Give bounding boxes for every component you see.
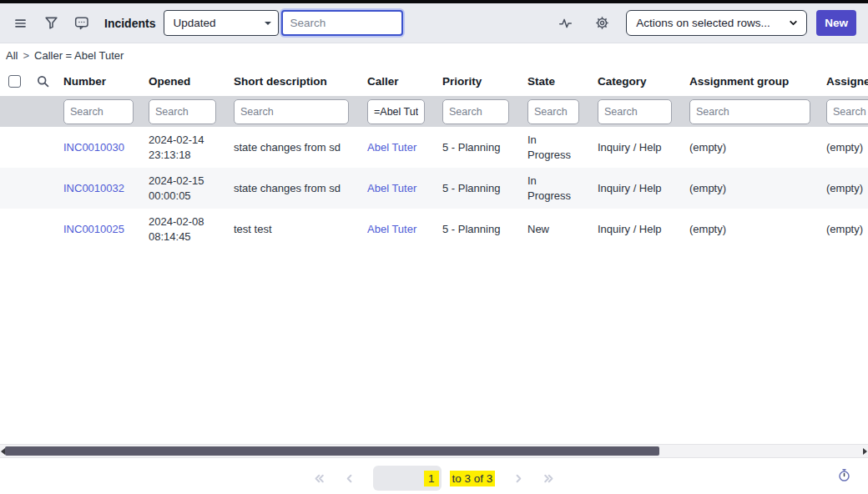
actions-on-rows-dropdown[interactable]: Actions on selected rows... bbox=[626, 10, 807, 36]
actions-dropdown-value: Actions on selected rows... bbox=[636, 17, 770, 29]
caller-link[interactable]: Abel Tuter bbox=[367, 141, 416, 154]
assignment-group-cell: (empty) bbox=[683, 178, 820, 199]
category-cell: Inquiry / Help bbox=[591, 137, 683, 159]
table-row: INC0010030 2024-02-14 23:13:18 state cha… bbox=[0, 127, 868, 168]
state-cell: New bbox=[527, 222, 549, 237]
col-header-caller[interactable]: Caller bbox=[361, 75, 436, 88]
next-page-button[interactable] bbox=[512, 471, 525, 485]
incident-number-link[interactable]: INC0010030 bbox=[63, 141, 124, 154]
table-row: INC0010032 2024-02-15 00:00:05 state cha… bbox=[0, 168, 868, 209]
opened-cell: 2024-02-08 08:14:45 bbox=[142, 211, 227, 247]
sort-by-dropdown[interactable]: Updated bbox=[164, 10, 279, 36]
filter-short-description-input[interactable] bbox=[234, 99, 349, 124]
col-header-number[interactable]: Number bbox=[57, 75, 142, 88]
col-header-assigned-to[interactable]: Assigned to bbox=[820, 75, 868, 88]
breadcrumb: All > Caller = Abel Tuter bbox=[0, 43, 868, 67]
col-header-short-description[interactable]: Short description bbox=[227, 75, 361, 88]
breadcrumb-all[interactable]: All bbox=[6, 49, 18, 62]
page-number-input[interactable]: 1 bbox=[373, 466, 442, 491]
assignment-group-cell: (empty) bbox=[683, 137, 820, 159]
col-header-opened[interactable]: Opened bbox=[142, 75, 227, 88]
last-page-button[interactable] bbox=[542, 471, 555, 485]
column-search-toggle[interactable] bbox=[28, 74, 57, 88]
category-cell: Inquiry / Help bbox=[591, 178, 683, 199]
filter-funnel-icon[interactable] bbox=[41, 13, 61, 33]
assigned-to-cell: (empty) bbox=[820, 178, 868, 199]
stopwatch-icon bbox=[837, 468, 851, 482]
scrollbar-thumb[interactable] bbox=[5, 446, 659, 456]
first-page-button[interactable] bbox=[313, 471, 326, 485]
response-time-button[interactable] bbox=[837, 468, 851, 482]
caller-link[interactable]: Abel Tuter bbox=[367, 182, 416, 194]
list-toolbar: Incidents Updated Actions on selected ro… bbox=[0, 3, 868, 43]
chevron-right-icon bbox=[512, 472, 525, 485]
incident-number-link[interactable]: INC0010025 bbox=[63, 223, 124, 235]
assigned-to-cell: (empty) bbox=[820, 219, 868, 240]
caret-down-icon bbox=[265, 22, 271, 25]
col-header-assignment-group[interactable]: Assignment group bbox=[683, 75, 820, 88]
current-page-value: 1 bbox=[424, 471, 439, 486]
filter-assignment-group-input[interactable] bbox=[689, 99, 810, 124]
filter-category-input[interactable] bbox=[598, 99, 672, 124]
list-search-input[interactable] bbox=[281, 10, 403, 36]
previous-page-button[interactable] bbox=[343, 471, 356, 485]
priority-cell: 5 - Planning bbox=[436, 137, 521, 159]
filter-priority-input[interactable] bbox=[442, 99, 509, 124]
double-chevron-left-icon bbox=[313, 472, 326, 485]
incidents-list-page: Incidents Updated Actions on selected ro… bbox=[0, 0, 868, 494]
settings-gear-icon[interactable] bbox=[592, 13, 612, 33]
double-chevron-right-icon bbox=[542, 472, 555, 485]
short-description-cell: state changes from sd bbox=[227, 178, 361, 199]
filter-assigned-to-input[interactable] bbox=[826, 99, 868, 124]
priority-cell: 5 - Planning bbox=[436, 219, 521, 240]
state-cell: In Progress bbox=[527, 133, 574, 162]
menu-icon[interactable] bbox=[10, 13, 30, 33]
row-range-text: to 3 of 3 bbox=[450, 471, 496, 486]
new-button[interactable]: New bbox=[816, 10, 856, 36]
opened-cell: 2024-02-14 23:13:18 bbox=[142, 129, 227, 165]
category-cell: Inquiry / Help bbox=[591, 219, 683, 240]
sort-by-value: Updated bbox=[173, 17, 215, 29]
filter-caller-input[interactable] bbox=[367, 99, 425, 124]
breadcrumb-separator: > bbox=[23, 49, 29, 62]
assignment-group-cell: (empty) bbox=[683, 219, 820, 240]
breadcrumb-filter-caller[interactable]: Caller = Abel Tuter bbox=[34, 49, 124, 62]
incident-number-link[interactable]: INC0010032 bbox=[63, 182, 124, 194]
filter-state-input[interactable] bbox=[527, 99, 579, 124]
opened-cell: 2024-02-15 00:00:05 bbox=[142, 170, 227, 206]
column-filter-row bbox=[0, 96, 868, 127]
pagination: 1 to 3 of 3 bbox=[0, 459, 868, 491]
page-title: Incidents bbox=[104, 17, 155, 30]
chevron-left-icon bbox=[343, 472, 356, 485]
priority-cell: 5 - Planning bbox=[436, 178, 521, 199]
table-header-row: Number Opened Short description Caller P… bbox=[0, 67, 868, 96]
magnifier-icon bbox=[36, 74, 50, 88]
filter-number-input[interactable] bbox=[63, 99, 134, 124]
col-header-category[interactable]: Category bbox=[591, 75, 683, 88]
caller-link[interactable]: Abel Tuter bbox=[367, 223, 416, 235]
short-description-cell: test test bbox=[227, 219, 361, 240]
assigned-to-cell: (empty) bbox=[820, 137, 868, 159]
activity-pulse-icon[interactable] bbox=[555, 13, 575, 33]
col-header-state[interactable]: State bbox=[521, 75, 591, 88]
horizontal-scrollbar[interactable] bbox=[0, 444, 868, 458]
select-all-checkbox[interactable] bbox=[8, 75, 21, 88]
chat-bubble-icon[interactable] bbox=[72, 13, 92, 33]
scroll-right-arrow-icon[interactable] bbox=[863, 448, 867, 455]
table-row: INC0010025 2024-02-08 08:14:45 test test… bbox=[0, 209, 868, 250]
short-description-cell: state changes from sd bbox=[227, 137, 361, 159]
col-header-priority[interactable]: Priority bbox=[436, 75, 521, 88]
incident-table: Number Opened Short description Caller P… bbox=[0, 67, 868, 250]
filter-opened-input[interactable] bbox=[149, 99, 216, 124]
list-footer: 1 to 3 of 3 bbox=[0, 459, 868, 494]
state-cell: In Progress bbox=[527, 174, 574, 203]
chevron-down-icon bbox=[787, 17, 800, 29]
